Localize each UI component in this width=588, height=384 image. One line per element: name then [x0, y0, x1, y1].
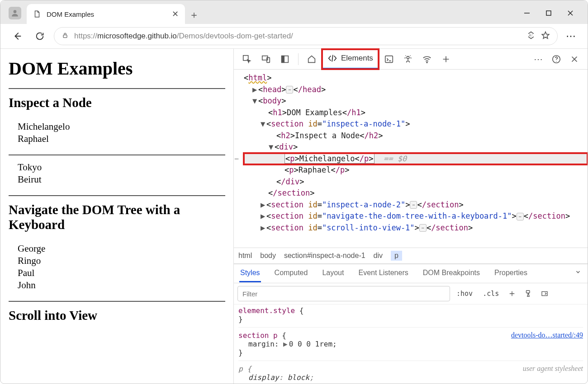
svg-rect-17	[526, 290, 530, 293]
page-h2-navigate: Navigate the DOM Tree with a Keyboard	[9, 202, 225, 232]
source-link[interactable]: devtools-do…started/:49	[511, 331, 583, 339]
page-p: Paul	[18, 267, 225, 279]
crumb[interactable]: html	[238, 252, 252, 260]
minimize-icon[interactable]	[522, 9, 531, 18]
page-p: Tokyo	[18, 162, 225, 173]
page-p: Raphael	[18, 133, 225, 145]
svg-rect-5	[63, 35, 67, 37]
styles-filter-input[interactable]	[237, 286, 450, 301]
svg-rect-2	[546, 11, 551, 15]
tab-title: DOM Examples	[47, 10, 166, 18]
page-p: Ringo	[18, 255, 225, 267]
inspect-element-icon[interactable]	[238, 51, 256, 68]
browser-titlebar: DOM Examples ✕ ＋	[0, 0, 588, 24]
page-h1: DOM Examples	[9, 58, 225, 79]
page-p: Michelangelo	[18, 121, 225, 132]
styles-pane[interactable]: element.style { } devtools-do…started/:4…	[234, 304, 588, 384]
crumb[interactable]: div	[374, 252, 383, 260]
console-icon[interactable]	[380, 51, 398, 68]
tab-event-listeners[interactable]: Event Listeners	[357, 265, 409, 282]
browser-menu-icon[interactable]: ⋯	[563, 30, 579, 42]
hov-toggle[interactable]: :hov	[453, 288, 476, 300]
favorite-icon[interactable]	[541, 31, 550, 42]
settings-menu-icon[interactable]: ⋯	[530, 51, 547, 68]
browser-toolbar: https://microsoftedge.github.io/Demos/de…	[0, 24, 588, 48]
back-button[interactable]	[9, 28, 26, 45]
more-tabs-icon[interactable]	[437, 51, 455, 68]
tab-elements[interactable]: Elements	[322, 49, 379, 69]
tab-computed[interactable]: Computed	[274, 265, 309, 282]
profile-button[interactable]	[9, 7, 21, 19]
styles-toolbar: :hov .cls	[234, 283, 588, 304]
divider	[9, 88, 225, 89]
browser-tab[interactable]: DOM Examples ✕	[27, 4, 185, 24]
refresh-button[interactable]	[31, 28, 48, 45]
divider	[9, 301, 225, 302]
cls-toggle[interactable]: .cls	[479, 288, 503, 300]
ua-label: user agent stylesheet	[523, 365, 583, 373]
divider	[9, 155, 225, 155]
close-window-icon[interactable]	[566, 9, 575, 18]
svg-point-0	[14, 10, 17, 13]
styles-tabstrip: Styles Computed Layout Event Listeners D…	[234, 264, 588, 283]
new-tab-button[interactable]: ＋	[185, 6, 203, 24]
computed-toggle-icon[interactable]	[538, 287, 551, 300]
close-devtools-icon[interactable]	[566, 51, 583, 68]
crumb[interactable]: body	[260, 252, 276, 260]
svg-rect-11	[282, 56, 285, 62]
tab-elements-label: Elements	[341, 54, 373, 63]
paint-icon[interactable]	[522, 287, 535, 300]
page-p: John	[18, 280, 225, 291]
page-p: Beirut	[18, 174, 225, 185]
welcome-icon[interactable]	[303, 51, 320, 68]
svg-point-14	[427, 62, 427, 63]
address-bar[interactable]: https://microsoftedge.github.io/Demos/de…	[54, 27, 558, 45]
selected-dom-node[interactable]: ⋯ <p>Michelangelo</p> == $0	[244, 153, 588, 165]
devtools-toolbar: Elements ⋯	[234, 49, 588, 70]
page-p: George	[18, 243, 225, 254]
new-style-rule-icon[interactable]	[505, 287, 519, 300]
expand-tabs-icon[interactable]	[574, 265, 582, 282]
svg-point-13	[407, 56, 409, 58]
svg-rect-12	[385, 56, 393, 62]
tab-styles[interactable]: Styles	[239, 265, 261, 282]
rendered-page[interactable]: DOM Examples Inspect a Node Michelangelo…	[0, 49, 234, 384]
tab-layout[interactable]: Layout	[321, 265, 345, 282]
lock-icon	[62, 32, 69, 41]
dom-breadcrumb[interactable]: html body section#inspect-a-node-1 div p	[234, 248, 588, 264]
crumb[interactable]: section#inspect-a-node-1	[284, 252, 365, 260]
url-text: https://microsoftedge.github.io/Demos/de…	[74, 32, 521, 41]
device-toggle-icon[interactable]	[257, 51, 275, 68]
page-icon	[33, 10, 41, 18]
devtools-panel: Elements ⋯ <html> ▶<head>⋯</head> ▼<body…	[234, 49, 588, 384]
dock-icon[interactable]	[276, 51, 294, 68]
divider	[9, 195, 225, 196]
close-tab-icon[interactable]: ✕	[172, 9, 179, 19]
network-icon[interactable]	[418, 51, 436, 68]
window-controls	[522, 9, 588, 24]
svg-text:A⁾: A⁾	[529, 33, 532, 37]
svg-point-16	[556, 61, 556, 61]
crumb-selected[interactable]: p	[391, 251, 402, 261]
read-aloud-icon[interactable]: A⁾	[526, 31, 536, 42]
sources-icon[interactable]	[399, 51, 417, 68]
dom-tree[interactable]: <html> ▶<head>⋯</head> ▼<body> <h1>DOM E…	[234, 70, 588, 248]
maximize-icon[interactable]	[544, 9, 553, 18]
page-h2-scroll: Scroll into View	[9, 308, 225, 323]
tab-dom-breakpoints[interactable]: DOM Breakpoints	[422, 265, 481, 282]
help-icon[interactable]	[548, 51, 565, 68]
tab-properties[interactable]: Properties	[493, 265, 528, 282]
page-h2-inspect: Inspect a Node	[9, 95, 225, 110]
